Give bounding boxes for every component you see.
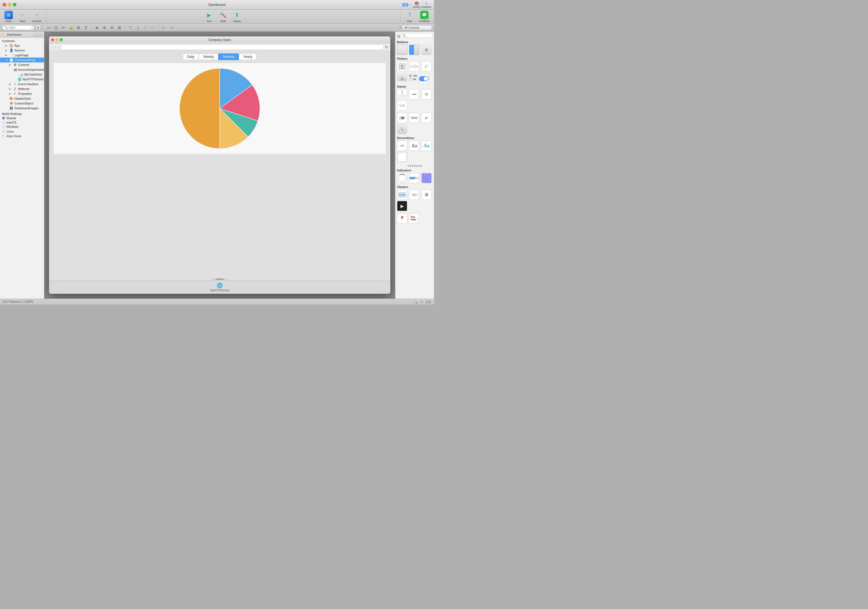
colorwell-item[interactable]: ● Yes bbox=[397, 74, 407, 81]
browser-home-icon[interactable]: ⌂ bbox=[57, 45, 60, 50]
sidebar-item-dashboardpage[interactable]: ▼ 📄 DashboardPage bbox=[0, 57, 44, 62]
map-viewer-item[interactable]: 📍 bbox=[397, 213, 407, 223]
inner-close[interactable] bbox=[51, 38, 54, 41]
sidebar-item-headerstyle[interactable]: 🎨 HeaderStyle bbox=[0, 96, 44, 101]
add-button[interactable]: + bbox=[36, 25, 41, 30]
build-item-shared[interactable]: Shared bbox=[0, 116, 44, 120]
segment-monthly[interactable]: Monthly bbox=[219, 54, 239, 60]
align-right-tool[interactable]: ⊠ bbox=[116, 24, 123, 31]
image-tool[interactable]: ⊡ bbox=[53, 24, 59, 31]
segment-daily[interactable]: Daily bbox=[183, 54, 199, 60]
text-input-item[interactable]: | bbox=[397, 89, 407, 96]
inner-minimize[interactable] bbox=[56, 38, 58, 41]
progress-item[interactable] bbox=[409, 173, 419, 183]
spinner-item[interactable] bbox=[397, 173, 407, 183]
radio-yes[interactable]: Yes bbox=[409, 74, 417, 77]
build-item-windows[interactable]: Windows bbox=[0, 124, 44, 129]
phone-input-item[interactable]: |☎ bbox=[397, 113, 407, 123]
panel-search-input[interactable] bbox=[407, 34, 431, 37]
sidebar-item-customobject[interactable]: ⚙ CustomObject bbox=[0, 101, 44, 106]
forward-button[interactable]: → Forward bbox=[31, 10, 43, 23]
maximize-button[interactable] bbox=[13, 3, 16, 6]
image-button-item[interactable]: 🖥 bbox=[422, 45, 432, 55]
text-area-item[interactable]: |≡ bbox=[422, 113, 432, 123]
sidebar-next[interactable]: › bbox=[38, 33, 42, 36]
pencil-tool[interactable]: ✏ bbox=[60, 24, 67, 31]
sidebar-item-methods[interactable]: ▶ ƒ Methods bbox=[0, 87, 44, 91]
help-button[interactable]: ? Help bbox=[403, 10, 415, 23]
sidebar-item-dashboardimages[interactable]: 🖼 DashboardImages bbox=[0, 106, 44, 111]
sidebar-prev[interactable]: ‹ bbox=[34, 33, 37, 36]
library-btn[interactable]: 📚 Library bbox=[413, 2, 420, 8]
plain-button-item[interactable] bbox=[397, 45, 407, 55]
extra-tool-1[interactable]: ⊢ bbox=[161, 24, 167, 31]
crop-tool[interactable]: ⊞ bbox=[75, 24, 82, 31]
z-tool[interactable]: Z bbox=[83, 24, 89, 31]
browser-reload-icon[interactable]: ↻ bbox=[385, 45, 388, 49]
youtube-viewer-item[interactable]: YouTube bbox=[408, 213, 418, 223]
www-input-item[interactable]: Www bbox=[409, 113, 419, 123]
radio-no[interactable]: No bbox=[409, 77, 417, 81]
sidebar-item-account-segmented[interactable]: ▤ AccountSegmentedControl bbox=[0, 67, 44, 72]
rectangle-tool[interactable]: ▭ bbox=[45, 24, 52, 31]
desktop-viewer-item[interactable]: 🖥 bbox=[422, 190, 432, 200]
build-item-macos[interactable]: macOS bbox=[0, 120, 44, 124]
line-decoration-item[interactable]: ✏ bbox=[397, 141, 407, 151]
email-input-item[interactable]: |@ bbox=[422, 89, 432, 99]
sidebar-item-controls[interactable]: ▶ ⚙ Controls bbox=[0, 62, 44, 67]
sidebar-item-app[interactable]: ▶ 🏠 App bbox=[0, 43, 44, 48]
number-input-item[interactable]: 1 2 3 bbox=[397, 101, 407, 111]
run-button[interactable]: ▶ Run bbox=[203, 10, 215, 23]
distribute-v-tool[interactable]: ⋯ bbox=[150, 24, 156, 31]
password-input-item[interactable]: ●●● bbox=[409, 89, 419, 99]
build-item-xojocloud[interactable]: Xojo Cloud bbox=[0, 134, 44, 138]
toggle-item[interactable] bbox=[419, 74, 429, 84]
build-button[interactable]: 🔨 Build bbox=[217, 10, 229, 23]
striped-indicator-item[interactable] bbox=[422, 173, 432, 183]
sidebar-item-properties[interactable]: ▶ ✓ Properties bbox=[0, 91, 44, 96]
filter-input[interactable] bbox=[9, 26, 30, 29]
browser-back-icon[interactable]: ‹ bbox=[51, 45, 53, 50]
segment-yearly[interactable]: Yearly bbox=[239, 54, 257, 60]
styled-text-item[interactable]: Aa bbox=[422, 141, 432, 151]
search-status-icon[interactable]: 🔍 bbox=[414, 300, 418, 304]
text-decoration-item[interactable]: Aa bbox=[409, 141, 419, 151]
distribute-h-tool[interactable]: ⋮ bbox=[142, 24, 149, 31]
feedback-button[interactable]: 💬 Feedback bbox=[417, 10, 431, 23]
inner-maximize[interactable] bbox=[60, 38, 63, 41]
controls-dropdown[interactable]: All Controls bbox=[402, 25, 432, 30]
extra-tool-2[interactable]: ⊣ bbox=[168, 24, 175, 31]
gear-icon[interactable]: ⚙ bbox=[397, 34, 400, 39]
inspector-btn[interactable]: ℹ Inspector bbox=[422, 2, 431, 8]
filter-search-box[interactable]: 🔍 ≡ bbox=[2, 25, 34, 30]
panel-search-box[interactable]: 🔍 bbox=[400, 33, 432, 38]
group-tool[interactable]: ⊕ bbox=[94, 24, 100, 31]
insert-button[interactable]: ⊞ Insert bbox=[3, 10, 14, 23]
sidebar-item-chartview[interactable]: 📊 MyChartView bbox=[0, 72, 44, 77]
list-viewer-item[interactable] bbox=[397, 190, 407, 200]
segmented-button-item[interactable] bbox=[409, 45, 419, 55]
ungroup-tool[interactable]: ⊗ bbox=[101, 24, 108, 31]
warning-status-icon[interactable]: ⚠ bbox=[420, 300, 423, 304]
build-item-linux[interactable]: ✓ Linux bbox=[0, 129, 44, 134]
close-button[interactable] bbox=[3, 3, 6, 6]
video-viewer-item[interactable]: ▶ bbox=[397, 201, 407, 211]
minimize-button[interactable] bbox=[8, 3, 11, 6]
sidebar-item-event-handlers[interactable]: ▶ ⚡ Event Handlers bbox=[0, 82, 44, 87]
html-viewer-item[interactable]: <A> bbox=[409, 190, 419, 200]
slider-item[interactable] bbox=[409, 61, 419, 71]
box-decoration-item[interactable] bbox=[397, 152, 407, 162]
back-button[interactable]: ← Back bbox=[17, 10, 28, 23]
stepper-item[interactable]: ▲ ▼ bbox=[397, 61, 407, 71]
checkbox-item[interactable]: ✓ bbox=[422, 61, 432, 71]
align-left-tool[interactable]: ⊟ bbox=[109, 24, 115, 31]
search-input-item[interactable]: 🔍 bbox=[397, 124, 407, 134]
sidebar-item-loginpage[interactable]: ▶ 📄 LoginPage bbox=[0, 53, 44, 57]
sidebar-item-httpsocket[interactable]: 🌐 MyHTTPSocket bbox=[0, 77, 44, 82]
browser-forward-icon[interactable]: › bbox=[54, 45, 56, 50]
wifi-status-icon[interactable]: ((•)) bbox=[426, 300, 431, 304]
segment-weekly[interactable]: Weekly bbox=[199, 54, 219, 60]
lock-tool[interactable]: 🔒 bbox=[68, 24, 74, 31]
deploy-button[interactable]: ⬆ Deploy bbox=[231, 10, 243, 23]
sidebar-item-session[interactable]: ▶ 👤 Session bbox=[0, 48, 44, 53]
